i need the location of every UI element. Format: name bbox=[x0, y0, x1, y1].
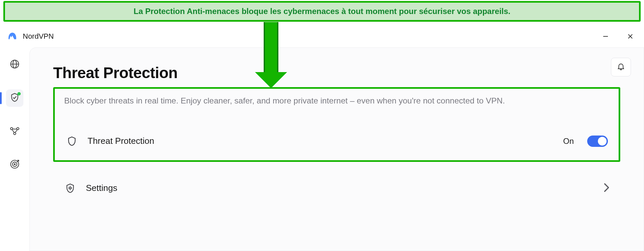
bell-icon bbox=[617, 62, 625, 72]
app-logo: NordVPN bbox=[7, 31, 54, 42]
shield-gear-icon bbox=[64, 182, 77, 195]
close-button[interactable] bbox=[625, 31, 636, 42]
target-icon bbox=[9, 159, 20, 171]
nordvpn-logo-icon bbox=[7, 31, 18, 42]
status-dot-icon bbox=[17, 92, 21, 95]
svg-line-11 bbox=[15, 130, 17, 133]
toggle-state-text: On bbox=[563, 137, 574, 146]
notifications-button[interactable] bbox=[611, 58, 631, 76]
settings-row[interactable]: Settings bbox=[53, 171, 620, 199]
threat-protection-row: Threat Protection On bbox=[64, 130, 609, 152]
app-name: NordVPN bbox=[23, 32, 54, 41]
page-description: Block cyber threats in real time. Enjoy … bbox=[64, 95, 609, 107]
titlebar: NordVPN bbox=[0, 25, 644, 47]
svg-point-16 bbox=[69, 187, 71, 189]
highlight-box: Block cyber threats in real time. Enjoy … bbox=[53, 87, 620, 162]
callout-banner: La Protection Anti-menaces bloque les cy… bbox=[3, 1, 641, 22]
sidebar-item-shield[interactable] bbox=[6, 89, 23, 107]
content-panel: Threat Protection Block cyber threats in… bbox=[29, 47, 644, 251]
callout-arrow bbox=[255, 22, 287, 88]
sidebar-item-globe[interactable] bbox=[6, 56, 23, 73]
chevron-right-icon bbox=[604, 183, 610, 194]
minimize-button[interactable] bbox=[600, 31, 611, 42]
shield-icon bbox=[66, 135, 78, 148]
sidebar-item-mesh[interactable] bbox=[6, 123, 23, 140]
callout-text: La Protection Anti-menaces bloque les cy… bbox=[134, 7, 510, 16]
svg-line-10 bbox=[12, 130, 14, 133]
settings-label: Settings bbox=[86, 183, 117, 193]
mesh-icon bbox=[9, 125, 20, 138]
globe-icon bbox=[9, 59, 20, 71]
svg-point-14 bbox=[14, 164, 15, 165]
threat-protection-label: Threat Protection bbox=[88, 136, 154, 146]
sidebar-item-target[interactable] bbox=[6, 156, 23, 174]
sidebar bbox=[0, 47, 29, 251]
threat-protection-toggle[interactable] bbox=[587, 136, 608, 147]
page-title: Threat Protection bbox=[53, 64, 620, 82]
